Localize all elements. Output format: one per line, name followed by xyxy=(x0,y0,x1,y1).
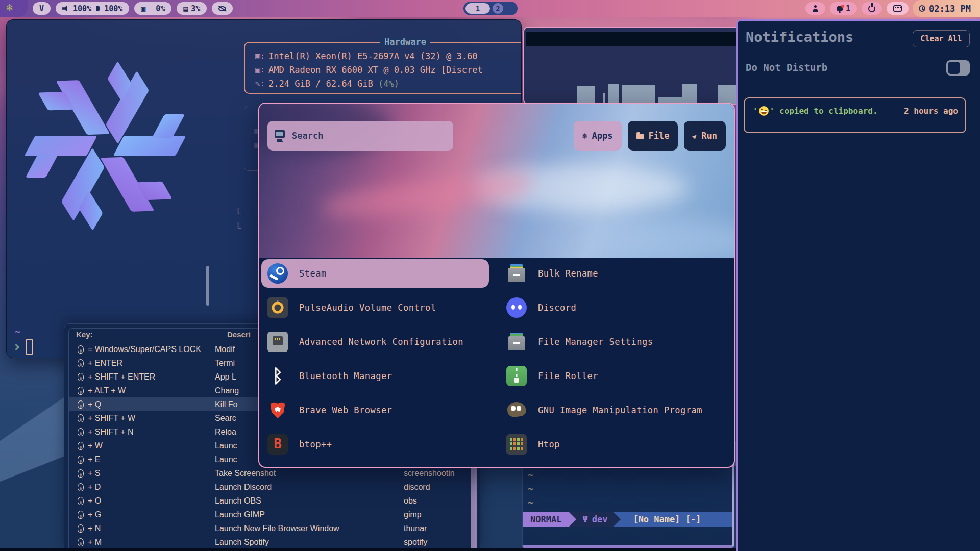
keybind-combo: + M xyxy=(88,538,215,547)
disk-widget[interactable]: 3% xyxy=(177,2,207,15)
app-icon xyxy=(506,400,527,420)
eye-off-icon xyxy=(218,6,226,11)
hardware-row-text: Intel(R) Xeon(R) E5-2697A v4 (32) @ 3.60 xyxy=(268,51,477,61)
idle-inhibitor-widget[interactable] xyxy=(212,2,233,15)
clock-widget[interactable]: 02:13 PM xyxy=(913,0,980,17)
hardware-row: AMD Radeon RX 6600 XT @ 0.03 GHz [Discre… xyxy=(255,63,522,77)
volume-widget[interactable]: 100% 100% xyxy=(56,2,129,15)
notification-count: 1 xyxy=(846,4,850,13)
app-label: Advanced Network Configuration xyxy=(299,337,463,347)
speaker-icon xyxy=(62,5,70,12)
app-list-item[interactable]: btop++ xyxy=(261,430,489,459)
notification-message: ' ' copied to clipboard. xyxy=(753,106,878,116)
tux-icon xyxy=(78,345,84,354)
disk-icon xyxy=(183,4,188,13)
shell-prompt[interactable] xyxy=(14,339,33,355)
keybind-command: spotify xyxy=(404,538,475,547)
launcher-tab[interactable]: Run xyxy=(684,121,726,151)
do-not-disturb-toggle[interactable] xyxy=(946,60,970,76)
notification-card[interactable]: ' ' copied to clipboard. 2 hours ago xyxy=(744,97,966,133)
nixos-snowflake-icon[interactable]: ❄ xyxy=(6,2,13,14)
faded-text: L xyxy=(237,207,242,216)
notifications-widget[interactable]: 1 xyxy=(830,2,857,15)
ascii-block xyxy=(577,86,595,104)
vim-statusline: NORMAL dev [No Name] [-] xyxy=(523,512,732,527)
app-label: Htop xyxy=(538,439,560,449)
keybind-command: discord xyxy=(404,483,475,492)
clock-value: 02:13 PM xyxy=(929,4,971,14)
keybind-command: screenshootin xyxy=(404,469,475,478)
keybindings-header-description: Descri xyxy=(227,330,251,339)
prompt-chevron-icon xyxy=(13,344,19,350)
keybind-row[interactable]: + G Launch GIMP gimp xyxy=(69,508,475,521)
vim-tilde: ~ xyxy=(528,498,533,507)
app-list-item[interactable]: File Roller xyxy=(500,362,734,390)
vim-tilde: ~ xyxy=(528,484,533,493)
notification-timestamp: 2 hours ago xyxy=(904,106,958,116)
app-label: GNU Image Manipulation Program xyxy=(538,405,702,415)
keybind-command: thunar xyxy=(404,524,475,533)
vim-git-segment: dev xyxy=(576,512,614,527)
ascii-block xyxy=(682,84,697,104)
launcher-tab[interactable]: File xyxy=(628,121,678,151)
accessibility-widget[interactable] xyxy=(805,2,825,15)
keyboard-widget[interactable] xyxy=(887,2,909,15)
app-list-item[interactable]: Steam xyxy=(261,259,489,288)
tab-label: Run xyxy=(701,131,717,141)
keybind-description: Launch Discord xyxy=(215,483,404,492)
git-branch-name: dev xyxy=(592,514,608,524)
workspace-button-2[interactable]: 2 xyxy=(493,3,503,14)
keybind-row[interactable]: + O Launch OBS obs xyxy=(69,494,475,508)
status-bar: ❄ V 100% 100% 0% 3% 1 2 xyxy=(0,0,980,17)
hardware-rows: Intel(R) Xeon(R) E5-2697A v4 (32) @ 3.60… xyxy=(255,49,522,90)
app-icon xyxy=(267,434,288,455)
app-list-item[interactable]: Brave Web Browser xyxy=(261,396,489,424)
keybind-combo: + SHIFT + W xyxy=(88,414,215,423)
terminal-scrollbar[interactable] xyxy=(206,266,209,306)
app-label: Bulk Rename xyxy=(538,268,598,279)
keybind-combo: = Windows/Super/CAPS LOCK xyxy=(88,345,215,354)
workspace-button-1[interactable]: 1 xyxy=(465,3,490,14)
keybind-description: Take Screenshot xyxy=(215,469,404,478)
do-not-disturb-label: Do Not Disturb xyxy=(746,62,827,73)
keybind-row[interactable]: + S Take Screenshot screenshootin xyxy=(69,466,475,480)
tux-icon xyxy=(78,442,84,450)
clear-all-button[interactable]: Clear All xyxy=(913,30,970,47)
launcher-tab[interactable]: Apps xyxy=(574,121,622,151)
ascii-block xyxy=(622,85,655,104)
search-input[interactable] xyxy=(267,121,453,151)
keyboard-icon xyxy=(893,5,902,12)
launcher-menu-button[interactable]: V xyxy=(33,2,51,15)
logo-background xyxy=(0,0,28,17)
keybind-row[interactable]: + M Launch Spotify spotify xyxy=(69,535,475,549)
keybind-combo: + SHIFT + ENTER xyxy=(88,372,215,382)
powerline-arrow-icon xyxy=(614,512,621,527)
cpu-widget[interactable]: 0% xyxy=(134,2,172,15)
power-widget[interactable] xyxy=(862,2,882,15)
vim-empty-lines: ~~~ xyxy=(528,470,533,507)
app-list-item[interactable]: File Manager Settings xyxy=(500,328,734,356)
app-list-item[interactable]: Bulk Rename xyxy=(500,259,734,288)
app-list-left-column: Steam PulseAudio Volume Control Advanced… xyxy=(261,259,489,464)
app-list-item[interactable]: PulseAudio Volume Control xyxy=(261,293,489,322)
tux-icon xyxy=(78,373,84,381)
app-label: Steam xyxy=(299,268,327,279)
tux-icon xyxy=(78,469,84,478)
quote-char: ' xyxy=(770,106,775,116)
app-list-item[interactable]: Discord xyxy=(500,293,734,322)
keybind-description: Launch OBS xyxy=(215,496,404,506)
keybind-command: obs xyxy=(404,496,475,506)
hardware-row: Intel(R) Xeon(R) E5-2697A v4 (32) @ 3.60 xyxy=(255,49,522,63)
app-label: Discord xyxy=(538,303,576,313)
ascii-block xyxy=(603,93,605,104)
app-list-item[interactable]: Bluetooth Manager xyxy=(261,362,489,390)
app-list-item[interactable]: GNU Image Manipulation Program xyxy=(500,396,734,424)
app-list-item[interactable]: Htop xyxy=(500,430,734,459)
toggle-knob xyxy=(948,62,960,74)
app-icon xyxy=(506,434,527,455)
app-icon xyxy=(506,332,527,352)
app-list-item[interactable]: Advanced Network Configuration xyxy=(261,328,489,356)
keybind-row[interactable]: + D Launch Discord discord xyxy=(69,480,475,494)
app-icon xyxy=(506,297,527,318)
keybind-row[interactable]: + N Launch New File Browser Window thuna… xyxy=(69,521,475,535)
